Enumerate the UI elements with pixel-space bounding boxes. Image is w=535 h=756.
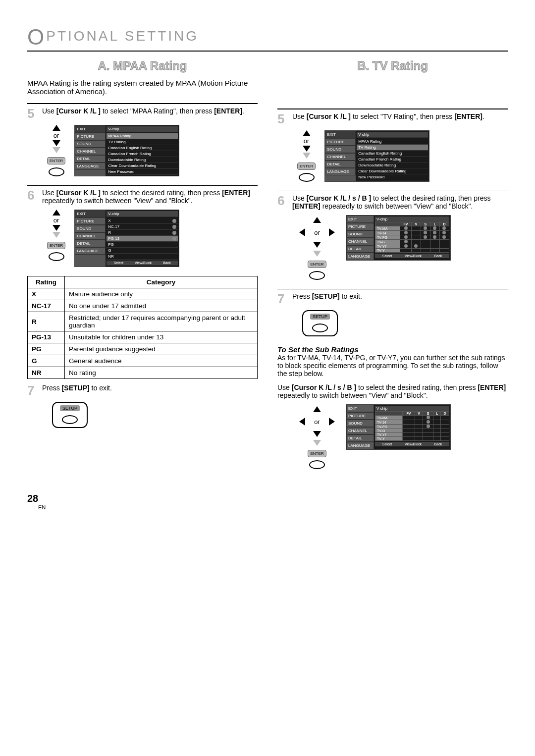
- osd-item[interactable]: NR: [108, 254, 114, 259]
- b-step6: 6 Use [Cursor K /L / s / B ] to select t…: [277, 194, 508, 210]
- col-b: B. TV Rating 5 Use [Cursor K /L ] to sel…: [277, 59, 508, 478]
- osd-item[interactable]: Canadian English Rating: [107, 145, 178, 151]
- arrow-down-icon: [303, 146, 311, 152]
- oval-button-icon[interactable]: [309, 460, 325, 469]
- osd-tab-channel[interactable]: CHANNEL: [346, 238, 374, 245]
- osd-tab-language[interactable]: LANGUAGE: [346, 442, 374, 449]
- step-number: 6: [277, 194, 288, 210]
- osd-item[interactable]: TV Rating: [357, 145, 428, 151]
- osd-item[interactable]: Downloadable Rating: [357, 162, 428, 168]
- osd-tab-sound[interactable]: SOUND: [75, 225, 106, 232]
- osd-item[interactable]: PG: [108, 242, 114, 247]
- osd-tab-language[interactable]: LANGUAGE: [346, 253, 374, 260]
- arrow-up-icon: [303, 130, 311, 136]
- arrow-up-icon: [53, 210, 60, 216]
- osd-tab-picture[interactable]: PICTURE: [75, 133, 106, 140]
- b-step7: 7 Press [SETUP] to exit.: [277, 292, 508, 305]
- lock-icon[interactable]: [427, 420, 430, 424]
- lock-icon[interactable]: [404, 244, 408, 248]
- arrow-down-icon: [313, 440, 321, 446]
- oval-button-icon[interactable]: [309, 271, 325, 280]
- osd-tab-sound[interactable]: SOUND: [325, 146, 356, 153]
- oval-button-icon: [62, 415, 78, 424]
- enter-button[interactable]: ENTER: [297, 162, 316, 170]
- osd-tab-picture[interactable]: PICTURE: [325, 138, 356, 146]
- lock-icon[interactable]: [404, 231, 408, 234]
- setup-button[interactable]: SETUP: [52, 402, 88, 428]
- osd-tab-sound[interactable]: SOUND: [346, 230, 374, 238]
- osd-item[interactable]: R: [108, 230, 111, 235]
- osd-item[interactable]: NC-17: [108, 224, 119, 229]
- arrow-down-icon: [313, 431, 321, 437]
- osd-item[interactable]: X: [108, 218, 110, 223]
- osd-tab-detail[interactable]: DETAIL: [346, 245, 374, 253]
- lock-icon[interactable]: [442, 226, 446, 230]
- lock-icon: [172, 225, 176, 229]
- osd-tab-detail[interactable]: DETAIL: [75, 155, 106, 162]
- osd-tab-exit[interactable]: EXIT: [75, 210, 106, 217]
- lock-icon[interactable]: [404, 226, 408, 230]
- enter-button[interactable]: ENTER: [47, 157, 65, 164]
- enter-button[interactable]: ENTER: [308, 450, 326, 457]
- osd-tab-detail[interactable]: DETAIL: [346, 434, 374, 442]
- page-number: 28: [27, 493, 508, 504]
- osd-item[interactable]: Clear Downloadable Rating: [107, 163, 178, 169]
- osd-tab-language[interactable]: LANGUAGE: [75, 162, 106, 170]
- lock-icon[interactable]: [442, 235, 446, 239]
- lock-icon[interactable]: [427, 416, 430, 419]
- lock-icon[interactable]: [424, 231, 427, 234]
- osd-item[interactable]: PG-13: [108, 236, 119, 241]
- osd-tab-detail[interactable]: DETAIL: [75, 240, 106, 247]
- osd-tab-language[interactable]: LANGUAGE: [75, 247, 106, 255]
- lock-icon[interactable]: [442, 231, 446, 234]
- lock-icon[interactable]: [424, 226, 427, 230]
- osd-item[interactable]: Downloadable Rating: [107, 157, 178, 163]
- osd-tab-exit[interactable]: EXIT: [346, 405, 374, 412]
- osd-item[interactable]: Canadian French Rating: [357, 157, 428, 162]
- osd-item[interactable]: New Password: [107, 169, 178, 175]
- tv-grid: FVVSLD TV-MA TV-14 TV-PG TV-G TV-Y7 TV-Y: [375, 411, 449, 441]
- osd-tab-detail[interactable]: DETAIL: [325, 161, 356, 168]
- osd-tab-picture[interactable]: PICTURE: [346, 412, 374, 420]
- osd-tab-exit[interactable]: EXIT: [75, 125, 106, 133]
- osd-tab-channel[interactable]: CHANNEL: [75, 232, 106, 240]
- lock-icon[interactable]: [433, 226, 436, 230]
- osd-item[interactable]: TV Rating: [107, 139, 178, 145]
- arrow-up-icon: [53, 125, 60, 131]
- osd-tab-picture[interactable]: PICTURE: [75, 217, 106, 225]
- osd-tab-channel[interactable]: CHANNEL: [75, 148, 106, 155]
- osd-item[interactable]: MPAA Rating: [357, 139, 428, 145]
- osd-tab-channel[interactable]: CHANNEL: [346, 427, 374, 434]
- oval-button-icon[interactable]: [49, 252, 64, 261]
- lock-icon[interactable]: [433, 235, 436, 239]
- osd-item[interactable]: Clear Downloadable Rating: [357, 168, 428, 174]
- lock-icon[interactable]: [427, 425, 430, 428]
- lock-icon[interactable]: [404, 240, 408, 243]
- osd-item[interactable]: MPAA Rating: [107, 133, 178, 139]
- lock-icon[interactable]: [424, 235, 427, 239]
- osd-tab-picture[interactable]: PICTURE: [346, 223, 374, 230]
- enter-button[interactable]: ENTER: [308, 261, 326, 268]
- osd-tab-exit[interactable]: EXIT: [325, 131, 356, 138]
- osd-tab-channel[interactable]: CHANNEL: [325, 153, 356, 161]
- a-step7: 7 Press [SETUP] to exit.: [27, 384, 258, 397]
- osd-tab-language[interactable]: LANGUAGE: [325, 168, 356, 175]
- remote-updown: or ENTER: [297, 130, 316, 182]
- step-number: 7: [277, 292, 288, 305]
- osd-item[interactable]: Canadian English Rating: [357, 151, 428, 157]
- oval-button-icon[interactable]: [49, 167, 64, 176]
- osd-tab-sound[interactable]: SOUND: [346, 420, 374, 427]
- lock-icon[interactable]: [404, 235, 408, 239]
- heading-a: A. MPAA Rating: [27, 59, 258, 73]
- osd-tab-exit[interactable]: EXIT: [346, 216, 374, 223]
- arrow-down-icon: [313, 242, 321, 248]
- lock-icon[interactable]: [433, 231, 436, 234]
- oval-button-icon[interactable]: [299, 173, 315, 182]
- osd-item[interactable]: New Password: [357, 174, 428, 180]
- setup-button[interactable]: SETUP: [302, 310, 338, 336]
- osd-item[interactable]: G: [108, 248, 111, 253]
- enter-button[interactable]: ENTER: [47, 242, 65, 249]
- osd-item[interactable]: Canadian French Rating: [107, 151, 178, 157]
- osd-tab-sound[interactable]: SOUND: [75, 140, 106, 148]
- lock-icon[interactable]: [414, 244, 418, 248]
